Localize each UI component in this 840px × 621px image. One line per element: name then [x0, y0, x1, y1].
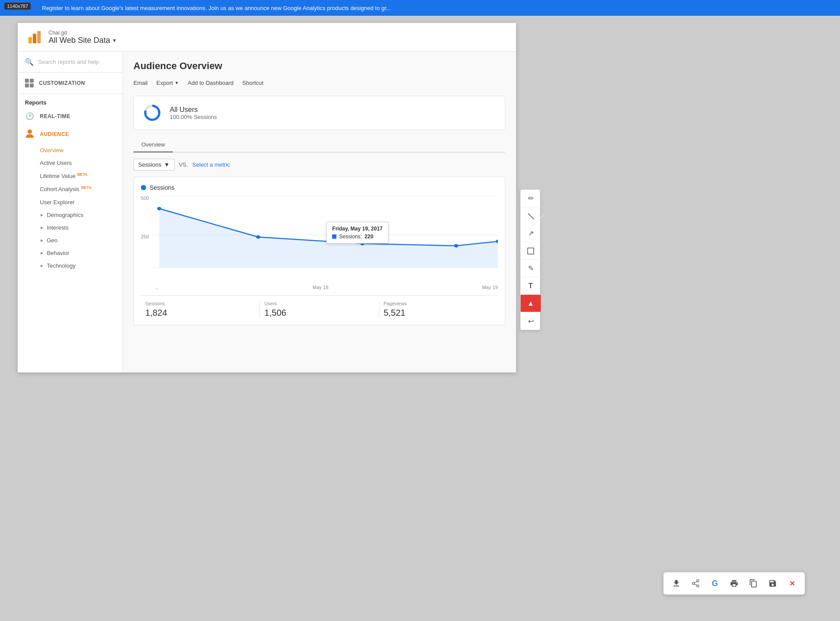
search-bar[interactable]: 🔍 Search reports and help: [18, 52, 122, 73]
sessions-label: Sessions: [145, 301, 255, 306]
x-label-ellipsis: ...: [155, 285, 159, 290]
chart-y-labels: 500 250: [141, 195, 149, 283]
search-icon: 🔍: [25, 58, 34, 66]
subnav-lifetime-value[interactable]: Lifetime ValueBETA: [40, 169, 122, 182]
bottom-stats: Sessions 1,824 Users 1,506 Pageviews 5,5…: [141, 295, 498, 318]
svg-rect-14: [528, 248, 534, 254]
sidebar: 🔍 Search reports and help CUSTOMIZATION …: [18, 52, 123, 372]
realtime-label: REAL-TIME: [40, 113, 70, 119]
svg-rect-0: [28, 37, 32, 43]
header-info: Char.gd All Web Site Data ▾: [49, 30, 116, 45]
audience-label: AUDIENCE: [40, 131, 69, 137]
svg-rect-2: [37, 31, 41, 43]
chart-tooltip: Friday, May 19, 2017 Sessions: 220: [326, 222, 388, 244]
property-dropdown-arrow[interactable]: ▾: [113, 37, 116, 44]
btb-print-btn[interactable]: [726, 575, 742, 592]
svg-point-3: [28, 129, 32, 134]
all-users-donut-icon: [143, 103, 162, 122]
subnav-interests[interactable]: ► Interests: [40, 221, 122, 234]
behavior-arrow: ►: [40, 251, 44, 255]
email-button[interactable]: Email: [133, 78, 148, 88]
subnav-cohort-analysis[interactable]: Cohort AnalysisBETA: [40, 182, 122, 195]
chart-svg-wrap: 500 250: [141, 195, 498, 283]
tooltip-number: 220: [364, 234, 373, 240]
chart-svg: [154, 195, 498, 274]
audience-icon: [25, 129, 35, 140]
subnav-active-users[interactable]: Active Users: [40, 157, 122, 169]
toolbar-undo-btn[interactable]: ↩: [521, 312, 541, 330]
overview-tabs: Overview: [133, 138, 505, 153]
sessions-dropdown[interactable]: Sessions ▼: [133, 159, 175, 171]
customization-section[interactable]: CUSTOMIZATION: [18, 73, 122, 94]
tooltip-value: Sessions: 220: [332, 234, 382, 240]
property-name[interactable]: All Web Site Data ▾: [49, 36, 116, 45]
google-analytics-logo: [27, 29, 42, 45]
select-metric-link[interactable]: Select a metric: [192, 161, 230, 168]
customization-label: CUSTOMIZATION: [39, 80, 85, 86]
technology-arrow: ►: [40, 263, 44, 268]
all-users-title: All Users: [170, 106, 217, 114]
subnav-demographics[interactable]: ► Demographics: [40, 209, 122, 221]
svg-point-12: [454, 244, 458, 248]
subnav-overview[interactable]: Overview: [40, 144, 122, 157]
all-users-subtitle: 100.00% Sessions: [170, 114, 217, 120]
subnav-user-explorer[interactable]: User Explorer: [40, 196, 122, 209]
subnav-technology[interactable]: ► Technology: [40, 259, 122, 272]
svg-point-15: [697, 580, 699, 582]
svg-point-17: [697, 585, 699, 587]
y-label-250: 250: [141, 234, 149, 239]
sessions-value: 1,824: [145, 308, 255, 318]
chart-area: Sessions 500 250: [133, 177, 505, 325]
shortcut-button[interactable]: Shortcut: [242, 78, 263, 88]
svg-point-16: [693, 583, 695, 585]
sessions-legend: Sessions: [141, 184, 498, 191]
page-title: Audience Overview: [133, 60, 505, 72]
btb-save-btn[interactable]: [764, 575, 781, 592]
btb-upload-btn[interactable]: [668, 575, 685, 592]
export-button[interactable]: Export ▼: [157, 78, 179, 88]
stat-sessions: Sessions 1,824: [141, 301, 260, 318]
chart-controls: Sessions ▼ VS. Select a metric: [133, 159, 505, 171]
account-name: Char.gd: [49, 30, 116, 36]
search-placeholder[interactable]: Search reports and help: [38, 59, 99, 65]
y-label-500: 500: [141, 195, 149, 201]
tooltip-square: [332, 234, 336, 239]
subnav-geo[interactable]: ► Geo: [40, 234, 122, 247]
toolbar-pencil-btn[interactable]: ✎: [521, 260, 541, 277]
toolbar-rect-btn[interactable]: [521, 242, 541, 260]
demographics-arrow: ►: [40, 213, 44, 217]
top-banner: 1140x787 Register to learn about Google'…: [0, 0, 840, 16]
add-to-dashboard-button[interactable]: Add to Dashboard: [188, 78, 234, 88]
cohort-beta: BETA: [81, 185, 91, 190]
btb-google-btn[interactable]: G: [707, 575, 723, 592]
bottom-toolbar: G ✕: [663, 572, 805, 595]
toolbar-color-btn[interactable]: ▲: [521, 295, 541, 312]
header-bar: Char.gd All Web Site Data ▾: [18, 23, 516, 52]
tab-overview[interactable]: Overview: [133, 138, 173, 153]
content-area: 🔍 Search reports and help CUSTOMIZATION …: [18, 52, 516, 372]
right-toolbar: ✏ | ↗ ✎ T ▲ ↩: [520, 189, 540, 330]
btb-share-btn[interactable]: [687, 575, 704, 592]
reports-section-label: Reports: [18, 94, 122, 108]
btb-close-btn[interactable]: ✕: [784, 575, 800, 592]
realtime-icon: 🕐: [25, 112, 35, 120]
subnav-behavior[interactable]: ► Behavior: [40, 247, 122, 259]
geo-arrow: ►: [40, 238, 44, 243]
stat-users: Users 1,506: [260, 301, 379, 318]
sidebar-item-realtime[interactable]: 🕐 REAL-TIME: [18, 108, 122, 125]
svg-line-19: [694, 581, 697, 583]
x-label-may18: May 18: [313, 285, 329, 290]
interests-arrow: ►: [40, 225, 44, 230]
main-window: Char.gd All Web Site Data ▾ 🔍 Search rep…: [18, 23, 516, 373]
customization-icon: [25, 79, 34, 87]
users-label: Users: [264, 301, 374, 306]
x-label-may19: May 19: [482, 285, 498, 290]
banner-text: Register to learn about Google's latest …: [42, 5, 391, 11]
toolbar-text-btn[interactable]: T: [521, 277, 541, 295]
legend-dot: [141, 185, 146, 190]
btb-copy-btn[interactable]: [745, 575, 762, 592]
chart-x-labels: ... May 18 May 19: [141, 283, 498, 290]
sidebar-item-audience[interactable]: AUDIENCE: [18, 125, 122, 144]
pageviews-value: 5,521: [384, 308, 494, 318]
stat-pageviews: Pageviews 5,521: [379, 301, 498, 318]
